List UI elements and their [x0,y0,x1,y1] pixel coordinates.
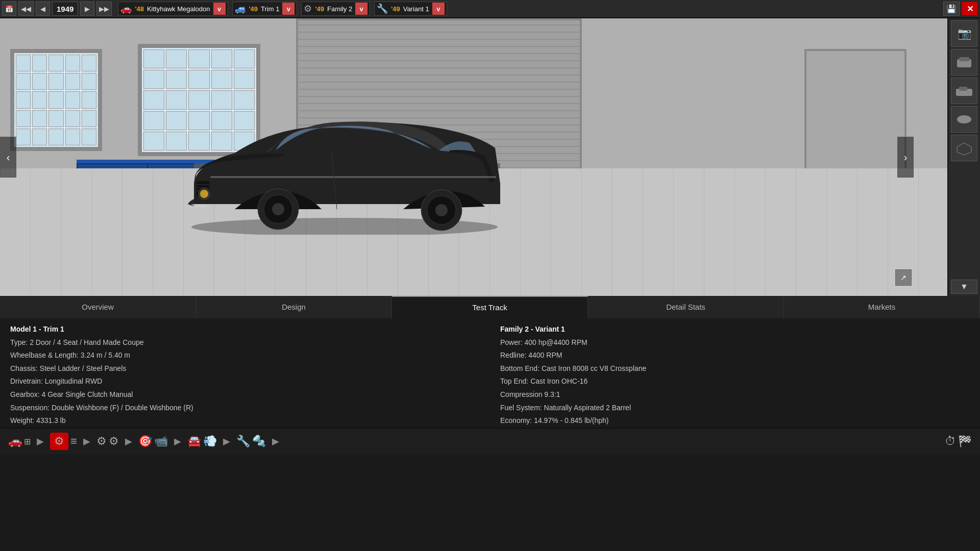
calendar-button[interactable]: 📅 [2,2,16,16]
window-pane [32,129,47,145]
viewport-right-arrow[interactable]: › [897,137,914,178]
trim-nav-section: 🚙 '49 Trim 1 v [232,2,298,16]
window-pane [82,55,96,71]
bottom-end-label: Bottom End: Cast Iron 8008 cc V8 Crosspl… [500,364,970,374]
tab-design[interactable]: Design [196,296,392,318]
model-year-tag: '48 [135,5,144,13]
window-pane [16,91,31,108]
bottom-engine-icon: ⚙ [50,433,68,450]
bottom-group-tools[interactable]: 🔧 🔩 [232,435,270,448]
bottom-engine2-icon: ≡ [70,435,77,448]
svg-rect-1 [191,204,207,208]
window-pane [211,70,232,89]
bottom-group-car[interactable]: 🚗 ⊞ [4,435,35,448]
compression-label: Compression 9.3:1 [500,390,970,400]
window-pane [65,91,80,108]
bottom-arrow-3: ▶ [123,436,134,447]
gearbox-label: Gearbox: 4 Gear Single Clutch Manual [10,390,480,400]
tab-test-track[interactable]: Test Track [392,296,588,318]
view-front-button[interactable] [951,49,977,76]
viewport-row: ‹ › ↗ 📷 ▼ [0,18,980,296]
tab-detail-stats[interactable]: Detail Stats [588,296,784,318]
window-pane [16,110,31,127]
window-pane [65,129,80,145]
bottom-arrow-4: ▶ [172,436,183,447]
bottom-arrow-1: ▶ [35,436,46,447]
weight-label: Weight: 4331.3 lb [10,416,480,426]
bottom-flag-icon: 🏁 [958,435,972,448]
diagonal-arrow-button[interactable]: ↗ [895,269,912,286]
window-pane [82,91,96,108]
window-left [10,49,102,151]
window-pane [32,73,47,90]
svg-rect-19 [959,87,967,91]
window-pane [234,70,255,89]
garage-background: ‹ › ↗ [0,18,947,296]
window-pane [211,49,232,68]
nav-prev-prev-button[interactable]: ◀◀ [18,2,34,16]
window-pane [16,73,31,90]
window-pane [48,73,63,90]
window-pane [234,49,255,68]
bottom-group-engine[interactable]: ⚙ ≡ [46,433,81,450]
window-pane [48,55,63,71]
nav-next-button[interactable]: ▶ [80,2,94,16]
view-top-button[interactable] [951,106,977,133]
window-pane [65,73,80,90]
trim-name: Trim 1 [261,5,279,13]
camera-button[interactable]: 📷 [951,20,977,47]
variant-name: Variant 1 [403,5,429,13]
tab-markets[interactable]: Markets [784,296,980,318]
view-3d-button[interactable] [951,135,977,161]
car-svg [153,92,536,235]
window-pane [16,129,31,145]
bottom-gear2-icon: ⚙ [109,435,119,448]
window-pane [82,73,96,90]
family-nav-section: ⚙ '49 Family 2 v [301,2,370,16]
bottom-group-gears[interactable]: ⚙ ⚙ [92,435,123,448]
variant-icon: 🔧 [377,3,388,14]
chassis-label: Chassis: Steel Ladder / Steel Panels [10,364,480,374]
window-pane [166,70,187,89]
car-model-icon: 🚗 [120,3,132,14]
bottom-group-aero[interactable]: 🚘 💨 [183,435,221,448]
window-pane [82,110,96,127]
window-pane [48,129,63,145]
fuel-system-label: Fuel System: Naturally Aspirated 2 Barre… [500,403,970,413]
window-pane [65,55,80,71]
variant-dropdown-button[interactable]: v [432,3,445,15]
nav-prev-button[interactable]: ◀ [36,2,50,16]
info-left-column: Model 1 - Trim 1 Type: 2 Door / 4 Seat /… [10,324,480,421]
bottom-group-media[interactable]: 🎯 📹 [134,435,172,448]
close-button[interactable]: ✕ [962,2,978,16]
window-pane [143,70,164,89]
economy-label: Economy: 14.97% - 0.845 lb/(hph) [500,416,970,426]
tab-overview[interactable]: Overview [0,296,196,318]
save-button[interactable]: 💾 [943,2,960,16]
bottom-group-racing[interactable]: ⏱ 🏁 [941,435,976,448]
year-display: 1949 [52,2,78,16]
family-dropdown-button[interactable]: v [355,3,368,15]
bottom-arrow-6: ▶ [270,436,281,447]
drivetrain-label: Drivetrain: Longitudinal RWD [10,377,480,387]
nav-next-next-button[interactable]: ▶▶ [96,2,112,16]
viewport-left-arrow[interactable]: ‹ [0,137,16,178]
svg-rect-14 [210,176,496,178]
view-side-button[interactable] [951,78,977,104]
side-scroll-down[interactable]: ▼ [951,280,977,294]
info-right-column: Family 2 - Variant 1 Power: 400 hp@4400 … [500,324,970,421]
window-pane [65,110,80,127]
window-pane [32,55,47,71]
svg-point-20 [957,115,971,123]
trim-icon: 🚙 [235,3,246,14]
type-label: Type: 2 Door / 4 Seat / Hand Made Coupe [10,338,480,348]
window-pane [48,110,63,127]
top-right-buttons: 💾 ✕ [943,2,978,16]
power-label: Power: 400 hp@4400 RPM [500,338,970,348]
suspension-label: Suspension: Double Wishbone (F) / Double… [10,403,480,413]
bottom-arrow-2: ▶ [81,436,92,447]
bottom-camera-icon: 📹 [154,435,168,448]
model-dropdown-button[interactable]: v [213,3,226,15]
variant-nav-section: 🔧 '49 Variant 1 v [374,2,447,16]
trim-dropdown-button[interactable]: v [282,3,295,15]
